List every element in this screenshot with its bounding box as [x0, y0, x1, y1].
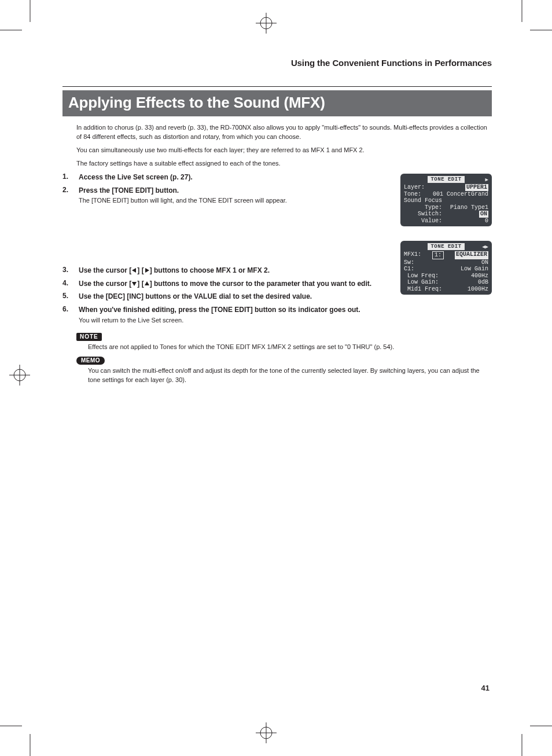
page-title: Applying Effects to the Sound (MFX)	[62, 90, 492, 116]
note-badge: NOTE	[76, 333, 102, 341]
header-rule	[62, 86, 492, 87]
intro-paragraph: In addition to chorus (p. 33) and reverb…	[76, 123, 492, 142]
intro-paragraph: You can simultaneously use two multi-eff…	[76, 146, 492, 155]
intro-block: In addition to chorus (p. 33) and reverb…	[76, 123, 492, 168]
step-text: Use the cursor [] [] buttons to choose M…	[79, 266, 270, 276]
step-subtext: The [TONE EDIT] button will light, and t…	[79, 196, 287, 205]
cursor-left-icon	[131, 267, 137, 273]
lcd-title: TONE EDIT	[428, 176, 465, 183]
step-text: Access the Live Set screen (p. 27).	[79, 173, 193, 182]
lcd-screenshot-tone-edit: TONE EDIT ▶ Layer:UPPER1 Tone:001 Concer…	[400, 174, 492, 226]
step-text: Use the [DEC] [INC] buttons or the VALUE…	[79, 292, 312, 302]
cursor-down-icon	[131, 281, 137, 287]
crop-mark-br	[511, 715, 552, 756]
page-content: Using the Convenient Functions in Perfor…	[62, 58, 492, 385]
step-item: 6. When you've finished editing, press t…	[62, 305, 492, 325]
lcd-nav-arrows-icon: ◀▶	[482, 244, 488, 250]
registration-left-icon	[8, 364, 31, 387]
intro-paragraph: The factory settings have a suitable eff…	[76, 159, 492, 168]
memo-badge: MEMO	[76, 357, 105, 365]
cursor-right-icon	[144, 267, 150, 273]
svg-marker-17	[132, 268, 136, 273]
page-number: 41	[481, 684, 490, 692]
memo-text: You can switch the multi-effect on/off a…	[88, 366, 486, 385]
step-number: 6.	[62, 305, 71, 325]
step-text: When you've finished editing, press the …	[79, 305, 360, 325]
crop-mark-tl	[0, 0, 41, 41]
lcd-screenshot-mfx: TONE EDIT ◀▶ MFX1:1:EQUALIZER Sw:ON C1:L…	[400, 241, 492, 295]
cursor-up-icon	[144, 281, 150, 287]
svg-marker-18	[145, 268, 149, 273]
step-subtext: You will return to the Live Set screen.	[79, 316, 360, 325]
registration-top-icon	[255, 12, 278, 35]
step-number: 1.	[62, 173, 71, 182]
step-text: Press the [TONE EDIT] button. The [TONE …	[79, 186, 287, 205]
step-number: 4.	[62, 279, 71, 289]
step-number: 5.	[62, 292, 71, 302]
step-number: 3.	[62, 266, 71, 276]
lcd-title: TONE EDIT	[428, 243, 465, 250]
section-header: Using the Convenient Functions in Perfor…	[62, 58, 492, 68]
step-text: Use the cursor [] [] buttons to move the…	[79, 279, 371, 289]
crop-mark-tr	[511, 0, 552, 41]
crop-mark-bl	[0, 715, 41, 756]
registration-bottom-icon	[255, 721, 278, 744]
lcd-nav-right-icon: ▶	[485, 177, 488, 183]
note-text: Effects are not applied to Tones for whi…	[88, 343, 486, 352]
svg-marker-20	[145, 281, 149, 285]
svg-marker-19	[132, 282, 137, 286]
step-number: 2.	[62, 186, 71, 205]
